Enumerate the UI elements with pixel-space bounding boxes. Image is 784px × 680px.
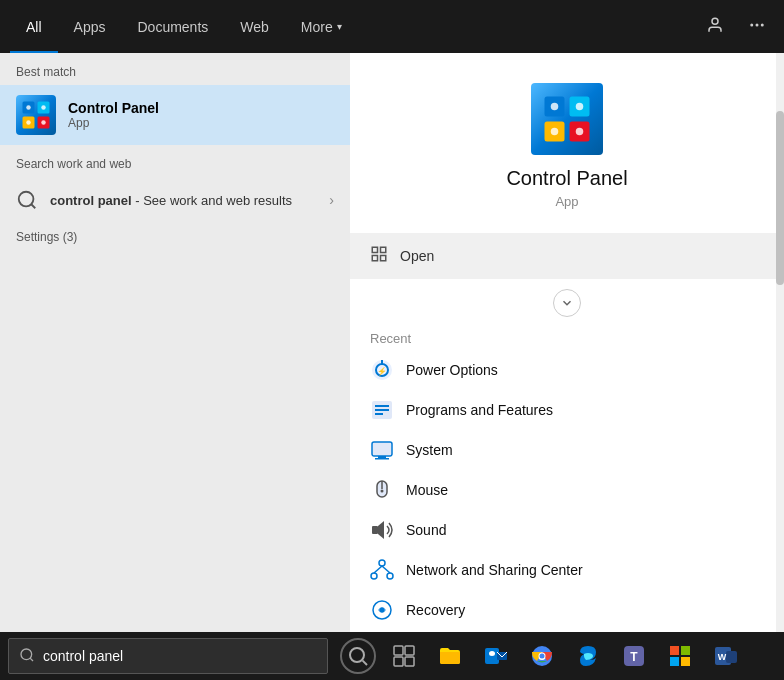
- svg-rect-55: [394, 646, 403, 655]
- search-web-arrow: ›: [329, 192, 334, 208]
- svg-rect-31: [375, 405, 389, 407]
- task-view-icon[interactable]: [382, 634, 426, 678]
- svg-point-39: [381, 490, 384, 493]
- recent-label: Recent: [350, 323, 784, 350]
- svg-point-2: [756, 23, 759, 26]
- nav-right-icons: [698, 8, 774, 46]
- teams-icon[interactable]: T: [612, 634, 656, 678]
- svg-rect-22: [372, 247, 377, 252]
- best-match-title: Control Panel: [68, 100, 159, 116]
- open-button[interactable]: Open: [350, 233, 784, 279]
- network-icon: [370, 558, 394, 582]
- svg-rect-33: [375, 413, 383, 415]
- svg-point-8: [26, 105, 31, 110]
- search-web-icon: [16, 189, 38, 211]
- svg-rect-40: [372, 526, 378, 534]
- open-button-label: Open: [400, 248, 434, 264]
- right-panel: Control Panel App Open: [350, 53, 784, 632]
- svg-marker-41: [378, 521, 384, 539]
- app-detail: Control Panel App: [350, 53, 784, 229]
- recent-item-sound[interactable]: Sound: [350, 510, 784, 550]
- left-panel: Best match: [0, 53, 350, 632]
- svg-line-54: [363, 661, 367, 665]
- svg-rect-32: [375, 409, 389, 411]
- app-detail-type: App: [555, 194, 578, 209]
- best-match-subtitle: App: [68, 116, 159, 130]
- best-match-item[interactable]: Control Panel App: [0, 85, 350, 145]
- svg-point-10: [26, 120, 31, 125]
- taskbar-search-icon[interactable]: [336, 634, 380, 678]
- svg-rect-75: [726, 651, 737, 663]
- settings-label[interactable]: Settings (3): [16, 230, 77, 244]
- tab-web[interactable]: Web: [224, 0, 285, 53]
- edge-icon[interactable]: [566, 634, 610, 678]
- recovery-text: Recovery: [406, 602, 465, 618]
- word-icon[interactable]: W: [704, 634, 748, 678]
- search-web-text: control panel - See work and web results: [50, 193, 292, 208]
- sound-icon: [370, 518, 394, 542]
- app-detail-name: Control Panel: [506, 167, 627, 190]
- start-menu: All Apps Documents Web More ▾: [0, 0, 784, 632]
- scrollbar-thumb[interactable]: [776, 111, 784, 285]
- collapse-button[interactable]: [350, 283, 784, 323]
- search-web-item[interactable]: control panel - See work and web results…: [0, 181, 350, 219]
- svg-point-0: [712, 18, 718, 24]
- control-panel-icon: [16, 95, 56, 135]
- svg-point-18: [551, 103, 559, 111]
- svg-text:⚡: ⚡: [377, 366, 387, 376]
- recent-item-mouse[interactable]: Mouse: [350, 470, 784, 510]
- system-text: System: [406, 442, 453, 458]
- svg-rect-23: [381, 247, 386, 252]
- svg-point-1: [750, 23, 753, 26]
- person-icon[interactable]: [698, 8, 732, 46]
- ms-store-icon[interactable]: [658, 634, 702, 678]
- settings-section: Settings (3): [0, 223, 350, 253]
- svg-point-12: [19, 192, 34, 207]
- search-icon: [19, 647, 35, 666]
- file-explorer-icon[interactable]: [428, 634, 472, 678]
- main-content: Best match: [0, 53, 784, 632]
- svg-rect-24: [381, 256, 386, 261]
- network-text: Network and Sharing Center: [406, 562, 583, 578]
- power-options-text: Power Options: [406, 362, 498, 378]
- recent-item-power-options[interactable]: ⚡ Power Options: [350, 350, 784, 390]
- ellipsis-icon[interactable]: [740, 8, 774, 46]
- app-detail-icon: [531, 83, 603, 155]
- recent-item-programs[interactable]: Programs and Features: [350, 390, 784, 430]
- recent-item-network[interactable]: Network and Sharing Center: [350, 550, 784, 590]
- svg-point-3: [761, 23, 764, 26]
- svg-point-9: [41, 105, 46, 110]
- recent-item-system[interactable]: System: [350, 430, 784, 470]
- outlook-icon[interactable]: [474, 634, 518, 678]
- tab-documents[interactable]: Documents: [121, 0, 224, 53]
- power-options-icon: ⚡: [370, 358, 394, 382]
- chrome-icon[interactable]: [520, 634, 564, 678]
- search-input[interactable]: [43, 648, 293, 664]
- open-icon: [370, 245, 388, 267]
- svg-rect-57: [394, 657, 403, 666]
- svg-point-42: [379, 560, 385, 566]
- svg-line-13: [31, 204, 35, 208]
- tab-more[interactable]: More ▾: [285, 0, 358, 53]
- taskbar: T W: [0, 632, 784, 680]
- svg-point-51: [21, 649, 32, 660]
- tab-apps[interactable]: Apps: [58, 0, 122, 53]
- sound-text: Sound: [406, 522, 446, 538]
- tab-all[interactable]: All: [10, 0, 58, 53]
- svg-text:W: W: [718, 652, 727, 662]
- more-dropdown-arrow: ▾: [337, 21, 342, 32]
- svg-text:T: T: [630, 650, 638, 664]
- scrollbar-track[interactable]: [776, 53, 784, 632]
- search-box: [8, 638, 328, 674]
- recent-list: ⚡ Power Options Prog: [350, 350, 784, 632]
- svg-point-67: [540, 654, 545, 659]
- mouse-text: Mouse: [406, 482, 448, 498]
- svg-rect-58: [405, 657, 414, 666]
- recent-item-recovery[interactable]: Recovery: [350, 590, 784, 630]
- svg-point-21: [576, 128, 584, 136]
- svg-point-43: [371, 573, 377, 579]
- svg-point-20: [551, 128, 559, 136]
- svg-line-52: [30, 658, 33, 661]
- svg-rect-56: [405, 646, 414, 655]
- svg-rect-72: [670, 657, 679, 666]
